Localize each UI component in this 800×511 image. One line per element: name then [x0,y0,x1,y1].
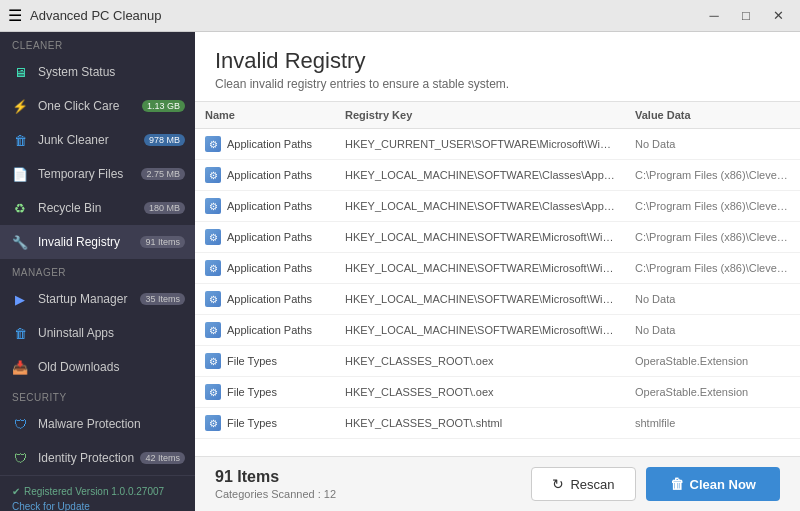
cell-key-3: HKEY_LOCAL_MACHINE\SOFTWARE\Microsoft\Wi… [335,222,625,253]
recycle-bin-label: Recycle Bin [38,201,144,215]
cell-value-6: No Data [625,315,800,346]
sidebar-item-malware-protection[interactable]: 🛡 Malware Protection [0,407,195,441]
uninstall-apps-label: Uninstall Apps [38,326,185,340]
cell-key-4: HKEY_LOCAL_MACHINE\SOFTWARE\Microsoft\Wi… [335,253,625,284]
malware-protection-label: Malware Protection [38,417,185,431]
table-row: File Types HKEY_CLASSES_ROOT\.oex OperaS… [195,346,800,377]
sidebar-item-startup-manager[interactable]: ▶ Startup Manager 35 Items [0,282,195,316]
startup-manager-label: Startup Manager [38,292,140,306]
sidebar-item-identity-protection[interactable]: 🛡 Identity Protection 42 Items [0,441,195,475]
cell-name-2: Application Paths [195,191,335,222]
cell-name-8: File Types [195,377,335,408]
row-icon-1 [205,167,221,183]
startup-manager-icon: ▶ [10,289,30,309]
junk-cleaner-badge: 978 MB [144,134,185,146]
sidebar-footer: ✔ Registered Version 1.0.0.27007 Check f… [0,475,195,511]
main-layout: Cleaner 🖥 System Status ⚡ One Click Care… [0,32,800,511]
one-click-badge: 1.13 GB [142,100,185,112]
startup-manager-badge: 35 Items [140,293,185,305]
old-downloads-icon: 📥 [10,357,30,377]
one-click-label: One Click Care [38,99,142,113]
table-row: Application Paths HKEY_LOCAL_MACHINE\SOF… [195,191,800,222]
name-text-1: Application Paths [227,169,312,181]
name-text-4: Application Paths [227,262,312,274]
junk-cleaner-icon: 🗑 [10,130,30,150]
rescan-button[interactable]: ↻ Rescan [531,467,635,501]
name-text-7: File Types [227,355,277,367]
cell-key-1: HKEY_LOCAL_MACHINE\SOFTWARE\Classes\Appl… [335,160,625,191]
registry-table-container[interactable]: Name Registry Key Value Data Application… [195,102,800,456]
check-update-link[interactable]: Check for Update [12,501,90,511]
sidebar-item-old-downloads[interactable]: 📥 Old Downloads [0,350,195,384]
name-text-3: Application Paths [227,231,312,243]
window-controls: ─ □ ✕ [700,5,792,27]
table-row: Application Paths HKEY_LOCAL_MACHINE\SOF… [195,284,800,315]
sidebar-item-recycle-bin[interactable]: ♻ Recycle Bin 180 MB [0,191,195,225]
cell-name-3: Application Paths [195,222,335,253]
table-row: Application Paths HKEY_LOCAL_MACHINE\SOF… [195,222,800,253]
registry-table: Name Registry Key Value Data Application… [195,102,800,439]
sidebar-item-temporary-files[interactable]: 📄 Temporary Files 2.75 MB [0,157,195,191]
cell-name-4: Application Paths [195,253,335,284]
cell-name-6: Application Paths [195,315,335,346]
clean-now-button[interactable]: 🗑 Clean Now [646,467,780,501]
cell-value-8: OperaStable.Extension [625,377,800,408]
sidebar-item-uninstall-apps[interactable]: 🗑 Uninstall Apps [0,316,195,350]
menu-icon[interactable]: ☰ [8,6,22,25]
cell-key-9: HKEY_CLASSES_ROOT\.shtml [335,408,625,439]
malware-protection-icon: 🛡 [10,414,30,434]
sidebar-item-junk-cleaner[interactable]: 🗑 Junk Cleaner 978 MB [0,123,195,157]
system-status-icon: 🖥 [10,62,30,82]
temp-files-badge: 2.75 MB [141,168,185,180]
recycle-bin-icon: ♻ [10,198,30,218]
col-header-value: Value Data [625,102,800,129]
sidebar-item-one-click-care[interactable]: ⚡ One Click Care 1.13 GB [0,89,195,123]
cell-key-2: HKEY_LOCAL_MACHINE\SOFTWARE\Classes\Appl… [335,191,625,222]
sidebar-item-invalid-registry[interactable]: 🔧 Invalid Registry 91 Items [0,225,195,259]
one-click-icon: ⚡ [10,96,30,116]
invalid-registry-badge: 91 Items [140,236,185,248]
cell-key-8: HKEY_CLASSES_ROOT\.oex [335,377,625,408]
system-status-label: System Status [38,65,185,79]
minimize-button[interactable]: ─ [700,5,728,27]
titlebar: ☰ Advanced PC Cleanup ─ □ ✕ [0,0,800,32]
page-subtitle: Clean invalid registry entries to ensure… [215,77,780,91]
close-button[interactable]: ✕ [764,5,792,27]
footer-buttons: ↻ Rescan 🗑 Clean Now [531,467,780,501]
col-header-name: Name [195,102,335,129]
security-section-label: Security [0,384,195,407]
identity-protection-label: Identity Protection [38,451,140,465]
row-icon-3 [205,229,221,245]
identity-protection-badge: 42 Items [140,452,185,464]
sidebar-item-system-status[interactable]: 🖥 System Status [0,55,195,89]
content-area: Invalid Registry Clean invalid registry … [195,32,800,511]
clean-icon: 🗑 [670,476,684,492]
row-icon-6 [205,322,221,338]
table-header-row: Name Registry Key Value Data [195,102,800,129]
row-icon-0 [205,136,221,152]
rescan-icon: ↻ [552,476,564,492]
maximize-button[interactable]: □ [732,5,760,27]
cell-value-3: C:\Program Files (x86)\CleverFiles\... [625,222,800,253]
table-row: Application Paths HKEY_LOCAL_MACHINE\SOF… [195,315,800,346]
row-icon-8 [205,384,221,400]
recycle-bin-badge: 180 MB [144,202,185,214]
categories-scanned: Categories Scanned : 12 [215,488,336,500]
page-title: Invalid Registry [215,48,780,74]
cell-name-1: Application Paths [195,160,335,191]
sidebar: Cleaner 🖥 System Status ⚡ One Click Care… [0,32,195,511]
cell-value-4: C:\Program Files (x86)\CleverFiles\... [625,253,800,284]
footer-bar: 91 Items Categories Scanned : 12 ↻ Resca… [195,456,800,511]
temp-files-icon: 📄 [10,164,30,184]
cell-key-6: HKEY_LOCAL_MACHINE\SOFTWARE\Microsoft\Wi… [335,315,625,346]
cell-name-0: Application Paths [195,129,335,160]
row-icon-7 [205,353,221,369]
identity-protection-icon: 🛡 [10,448,30,468]
name-text-9: File Types [227,417,277,429]
clean-label: Clean Now [690,477,756,492]
table-row: Application Paths HKEY_CURRENT_USER\SOFT… [195,129,800,160]
cell-value-7: OperaStable.Extension [625,346,800,377]
cell-value-9: shtmlfile [625,408,800,439]
name-text-0: Application Paths [227,138,312,150]
cell-key-0: HKEY_CURRENT_USER\SOFTWARE\Microsoft\Win… [335,129,625,160]
